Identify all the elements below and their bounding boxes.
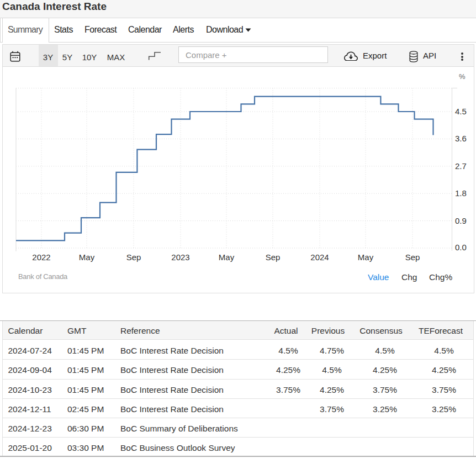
- svg-text:0.9: 0.9: [455, 216, 467, 225]
- svg-text:May: May: [79, 252, 95, 262]
- svg-text:1.8: 1.8: [455, 188, 467, 198]
- svg-text:Sep: Sep: [266, 252, 281, 262]
- svg-text:4.5: 4.5: [455, 107, 467, 116]
- svg-text:2022: 2022: [32, 252, 50, 262]
- svg-text:2.7: 2.7: [455, 161, 467, 171]
- svg-text:0.0: 0.0: [455, 243, 467, 252]
- svg-text:2024: 2024: [310, 252, 329, 262]
- svg-text:2023: 2023: [171, 252, 189, 262]
- svg-text:%: %: [459, 72, 466, 81]
- svg-text:Sep: Sep: [126, 252, 141, 262]
- svg-text:Sep: Sep: [405, 252, 420, 262]
- svg-text:May: May: [358, 252, 374, 262]
- svg-text:3.6: 3.6: [455, 134, 467, 143]
- svg-text:May: May: [219, 252, 235, 262]
